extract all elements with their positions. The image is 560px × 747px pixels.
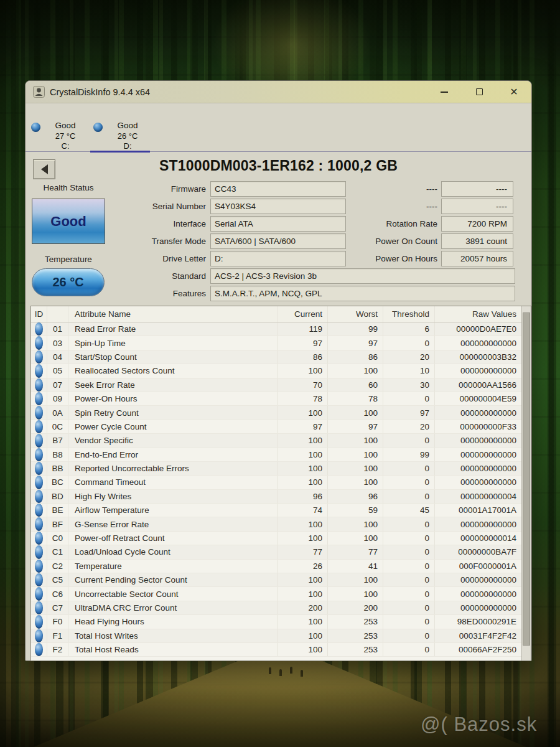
table-header: ID Attribute Name Current Worst Threshol… — [31, 306, 521, 322]
title-bar[interactable]: CrystalDiskInfo 9.4.4 x64 ✕ — [26, 81, 531, 103]
attr-threshold: 0 — [383, 476, 435, 489]
attr-raw: 000000000000 — [435, 587, 521, 600]
status-dot-icon — [35, 350, 43, 364]
header-raw-values: Raw Values — [435, 306, 521, 322]
field-label: Serial Number — [119, 202, 210, 211]
status-dot-icon — [35, 434, 43, 447]
table-row-be[interactable]: BE Airflow Temperature 74 59 45 00001A17… — [31, 504, 521, 517]
table-row-f2[interactable]: F2 Total Host Reads 100 253 0 00066AF2F2… — [31, 643, 521, 657]
header-threshold: Threshold — [383, 306, 435, 322]
attr-raw: 000000000014 — [435, 532, 521, 545]
attr-id: C6 — [47, 587, 68, 600]
table-row-07[interactable]: 07 Seek Error Rate 70 60 30 000000AA1566 — [31, 378, 521, 392]
attr-raw: 000F0000001A — [435, 560, 521, 573]
table-row-c6[interactable]: C6 Uncorrectable Sector Count 100 100 0 … — [31, 587, 521, 601]
status-dot-icon — [35, 336, 43, 349]
table-row-f0[interactable]: F0 Head Flying Hours 100 253 0 98ED00002… — [31, 615, 521, 629]
table-row-0a[interactable]: 0A Spin Retry Count 100 100 97 000000000… — [31, 406, 521, 420]
table-row-c7[interactable]: C7 UltraDMA CRC Error Count 200 200 0 00… — [31, 601, 521, 615]
attr-raw: 00000D0AE7E0 — [435, 322, 521, 336]
attr-threshold: 0 — [383, 517, 435, 530]
header-current: Current — [278, 306, 328, 322]
table-row-09[interactable]: 09 Power-On Hours 78 78 0 000000004E59 — [31, 392, 521, 406]
attr-id: F2 — [47, 643, 68, 656]
status-dot-icon — [35, 615, 43, 628]
attr-worst: 96 — [328, 490, 383, 503]
scrollbar-thumb[interactable] — [523, 312, 530, 646]
table-row-f1[interactable]: F1 Total Host Writes 100 253 0 00031F4F2… — [31, 629, 521, 643]
close-button[interactable]: ✕ — [497, 81, 531, 103]
drive-letter: D: — [124, 141, 132, 151]
attr-current: 100 — [278, 462, 328, 475]
table-row-0c[interactable]: 0C Power Cycle Count 97 97 20 000000000F… — [31, 420, 521, 434]
table-row-04[interactable]: 04 Start/Stop Count 86 86 20 000000003B3… — [31, 350, 521, 364]
attr-name: Start/Stop Count — [68, 350, 278, 364]
attr-threshold: 0 — [383, 532, 435, 545]
table-row-b8[interactable]: B8 End-to-End Error 100 100 99 000000000… — [31, 448, 521, 462]
table-row-bf[interactable]: BF G-Sense Error Rate 100 100 0 00000000… — [31, 517, 521, 531]
field-label: Rotation Rate — [369, 219, 441, 228]
side-field--: ---- ---- — [369, 181, 513, 197]
attr-current: 100 — [278, 476, 328, 489]
drive-side-fields: ---- ---- ---- ---- Rotation Rate 7200 R… — [369, 181, 513, 268]
side-field-power-on-hours: Power On Hours 20057 hours — [369, 250, 513, 266]
attr-name: Power-off Retract Count — [68, 532, 278, 545]
attr-raw: 00000000BA7F — [435, 545, 521, 558]
attr-threshold: 30 — [383, 378, 435, 392]
window-controls: ✕ — [427, 81, 531, 103]
table-row-c0[interactable]: C0 Power-off Retract Count 100 100 0 000… — [31, 532, 521, 545]
table-row-c5[interactable]: C5 Current Pending Sector Count 100 100 … — [31, 573, 521, 587]
attr-id: BD — [47, 490, 68, 503]
attr-current: 86 — [278, 350, 328, 364]
table-row-b7[interactable]: B7 Vendor Specific 100 100 0 00000000000… — [31, 434, 521, 448]
status-dot-icon — [35, 545, 43, 558]
drive-tab-d[interactable]: Good 26 °C D: — [89, 120, 151, 151]
table-row-bc[interactable]: BC Command Timeout 100 100 0 00000000000… — [31, 476, 521, 489]
photo-of-monitor: CrystalDiskInfo 9.4.4 x64 ✕ Good 27 °C C… — [0, 0, 560, 747]
side-field-power-on-count: Power On Count 3891 count — [369, 233, 513, 249]
table-row-05[interactable]: 05 Reallocated Sectors Count 100 100 10 … — [31, 364, 521, 378]
attr-threshold: 0 — [383, 392, 435, 405]
attr-threshold: 20 — [383, 350, 435, 364]
attr-raw: 000000004E59 — [435, 392, 521, 405]
table-row-c2[interactable]: C2 Temperature 26 41 0 000F0000001A — [31, 560, 521, 573]
attr-raw: 00066AF2F250 — [435, 643, 521, 656]
attr-name: Reallocated Sectors Count — [68, 364, 278, 377]
table-row-01[interactable]: 01 Read Error Rate 119 99 6 00000D0AE7E0 — [31, 322, 521, 336]
attr-id: C2 — [47, 560, 68, 573]
status-dot-icon — [35, 643, 43, 656]
attr-current: 100 — [278, 532, 328, 545]
table-row-c1[interactable]: C1 Load/Unload Cycle Count 77 77 0 00000… — [31, 545, 521, 559]
table-row-bd[interactable]: BD High Fly Writes 96 96 0 000000000004 — [31, 490, 521, 504]
minimize-button[interactable] — [427, 81, 462, 103]
maximize-button[interactable] — [462, 81, 497, 103]
attr-id: C1 — [47, 545, 68, 558]
status-dot-icon — [35, 504, 43, 517]
attr-worst: 99 — [328, 322, 383, 336]
field-value: ACS-2 | ACS-3 Revision 3b — [210, 268, 515, 284]
wallpaper-figure — [301, 670, 303, 677]
health-status-button[interactable]: Good — [32, 199, 105, 244]
attr-raw: 000000000000 — [435, 517, 521, 530]
field-value: S4Y03KS4 — [210, 199, 346, 214]
field-value: 7200 RPM — [441, 216, 513, 232]
table-row-03[interactable]: 03 Spin-Up Time 97 97 0 000000000000 — [31, 336, 521, 350]
table-row-bb[interactable]: BB Reported Uncorrectable Errors 100 100… — [31, 462, 521, 476]
attr-name: Command Timeout — [68, 476, 278, 489]
attr-current: 119 — [278, 322, 328, 336]
table-scrollbar[interactable] — [521, 306, 531, 660]
attr-worst: 100 — [328, 406, 383, 419]
attr-raw: 000000000004 — [435, 490, 521, 503]
status-dot-icon — [35, 587, 43, 600]
field-label: Drive Letter — [119, 254, 210, 263]
attr-name: Reported Uncorrectable Errors — [68, 462, 278, 475]
wallpaper-figure — [269, 667, 271, 674]
attr-worst: 59 — [328, 504, 383, 517]
header-attribute-name: Attribute Name — [68, 306, 278, 322]
drive-tab-c[interactable]: Good 27 °C C: — [27, 120, 89, 151]
field-value: 20057 hours — [441, 251, 513, 266]
status-dot-icon — [35, 560, 43, 573]
field-label: Standard — [119, 271, 210, 281]
attr-current: 26 — [278, 560, 328, 573]
attr-raw: 000000000000 — [435, 434, 521, 447]
